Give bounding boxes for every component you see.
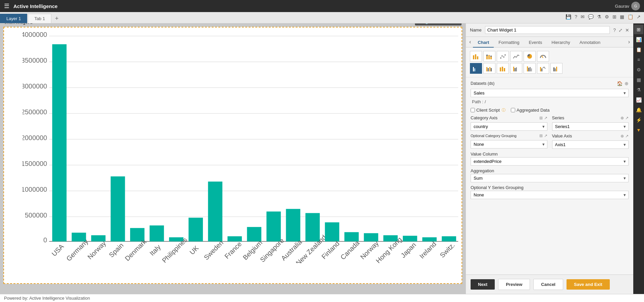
chart-gauge-icon[interactable] [537,51,549,62]
panel-tabs-right-arrow[interactable]: › [626,37,632,47]
optional-y-series-select[interactable]: None [471,191,629,199]
tab-chart[interactable]: Chart [473,38,494,48]
chart-bar-multi-icon[interactable] [510,63,522,74]
sidebar-widgets-icon[interactable]: ⊞ [634,25,643,34]
chart-bar-side2-icon[interactable] [497,63,509,74]
aggregated-data-checkbox-label[interactable]: Aggregated Data [511,108,549,113]
series-arrow-icon[interactable]: ↗ [625,116,629,120]
series-select[interactable]: Series1 [552,122,629,131]
category-axis-select[interactable]: country [471,122,547,131]
chart-bar-multi2-icon[interactable] [524,63,536,74]
optional-cat-schema-icon[interactable]: ⊞ [539,133,543,138]
sidebar-settings-icon[interactable]: ⚙ [634,65,643,74]
chart-line-icon[interactable] [510,51,522,62]
tab-layer1[interactable]: Layer 1 [0,14,27,23]
aggregation-select[interactable]: Sum [471,174,629,182]
client-script-checkbox[interactable] [471,108,475,112]
tab-annotation[interactable]: Annotation [575,38,605,48]
value-column-label-row: Value Column [471,152,629,157]
category-axis-schema-icon[interactable]: ⊞ [539,116,543,120]
sidebar-table-icon[interactable]: ▦ [634,75,643,84]
add-dataset-icon[interactable]: ⊕ [625,81,629,86]
datasets-select[interactable]: Sales [471,89,629,97]
tab-events[interactable]: Events [524,38,547,48]
value-column-select[interactable]: extendedPrice [471,157,629,166]
svg-text:2000000: 2000000 [22,134,47,141]
download-icon[interactable]: ⬇ [447,23,451,24]
widget-name-input[interactable] [485,26,610,34]
name-label: Name [470,27,482,33]
save-icon[interactable]: 💾 [565,13,572,20]
chat-icon[interactable]: 💬 [587,13,594,20]
chart-scatter-icon[interactable] [497,51,509,62]
chart-bar-mixed-icon[interactable] [537,63,549,74]
more-icon[interactable]: ⋮ [453,23,458,24]
svg-rect-42 [286,209,301,241]
svg-rect-73 [473,67,474,71]
mail-icon[interactable]: ✉ [580,13,585,20]
copy-icon[interactable]: 📋 [627,13,634,20]
save-exit-button[interactable]: Save and Exit [567,279,610,290]
edit-icon[interactable]: ✏ [433,23,437,24]
datasets-label: Datasets (ds) [471,81,504,86]
link-icon[interactable]: 🔗 [425,23,431,24]
add-tab-button[interactable]: + [52,14,61,23]
chart-pie-icon[interactable] [524,51,536,62]
tab-formatting[interactable]: Formatting [494,38,524,48]
sidebar-chart-icon[interactable]: 📊 [634,35,643,44]
close-panel-icon[interactable]: ✕ [625,27,629,33]
optional-cat-arrow-icon[interactable]: ↗ [544,133,547,138]
cancel-button[interactable]: Cancel [533,279,563,290]
chart-bar-mixed2-icon[interactable] [550,63,562,74]
tab-hierarchy[interactable]: Hierarchy [547,38,575,48]
value-axis-add-icon[interactable]: ⊕ [621,134,624,138]
table-icon[interactable]: ▦ [619,13,625,20]
sidebar-down-icon[interactable]: ▼ [634,125,643,135]
client-script-checkbox-label[interactable]: Client Script ⓘ [471,108,505,113]
sidebar-filter-icon[interactable]: ⚗ [634,85,643,95]
aggregation-label-row: Aggregation [471,168,629,173]
help-panel-icon[interactable]: ? [613,27,616,33]
svg-rect-88 [531,68,532,71]
value-axis-select[interactable]: Axis1 [552,140,629,149]
next-button[interactable]: Next [471,279,495,290]
tab-tab1[interactable]: Tab 1 [28,14,51,23]
svg-rect-79 [500,67,501,71]
aggregated-data-checkbox[interactable] [511,108,515,112]
value-axis-arrow-icon[interactable]: ↗ [625,134,629,138]
optional-category-select[interactable]: None [471,140,547,148]
home-icon[interactable]: 🏠 [617,81,623,86]
datasets-select-wrapper: Sales [471,89,629,97]
help-icon[interactable]: ? [574,13,578,20]
category-axis-arrow-icon[interactable]: ↗ [544,116,547,120]
panel-tabs-left-arrow[interactable]: ‹ [467,37,473,47]
series-add-icon[interactable]: ⊕ [621,116,624,120]
chart-bar-icon[interactable] [470,51,482,62]
settings-icon[interactable]: ⚙ [604,13,610,20]
chart-bar-side-icon[interactable] [483,63,495,74]
sidebar-bell-icon[interactable]: 🔔 [634,105,643,115]
expand-icon[interactable]: ↗ [636,13,641,20]
svg-rect-34 [208,182,222,242]
resize-panel-icon[interactable]: ⤢ [619,27,623,33]
optional-y-series-label-row: Optional Y Series Grouping [471,185,629,190]
cut-icon[interactable]: ✂ [440,23,444,24]
preview-button[interactable]: Preview [498,279,530,290]
svg-rect-54 [403,236,417,241]
sidebar-plug-icon[interactable]: ⚡ [634,115,643,125]
user-menu[interactable]: Gaurav G [615,2,640,10]
hamburger-icon[interactable]: ☰ [4,2,9,10]
chart-type-row-2 [470,63,629,74]
grid-icon[interactable]: ⊞ [612,13,617,20]
chart-bar-grouped-icon[interactable] [470,63,482,74]
move-icon[interactable]: ⊕ [418,23,422,24]
aggregation-select-wrapper: Sum [471,174,629,182]
sidebar-list-icon[interactable]: ≡ [634,55,643,64]
widget-title: Chart Widget 1 [4,23,33,25]
svg-line-72 [542,56,543,58]
optional-category-select-wrapper: None [471,140,547,148]
filter-icon[interactable]: ⚗ [596,13,602,20]
sidebar-analytics-icon[interactable]: 📈 [634,95,643,105]
sidebar-data-icon[interactable]: 📋 [634,45,643,54]
chart-stacked-icon[interactable] [483,51,495,62]
